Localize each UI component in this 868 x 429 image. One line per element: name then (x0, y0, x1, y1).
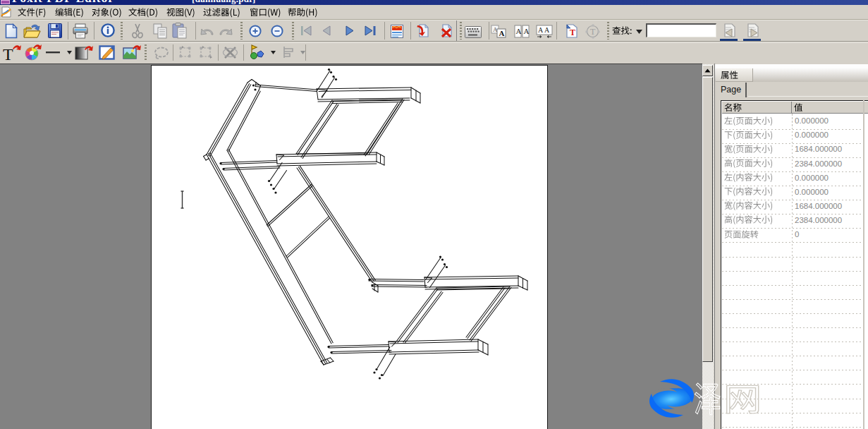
svg-text:A: A (524, 27, 530, 35)
svg-text:A: A (499, 29, 505, 37)
svg-text:A: A (544, 26, 550, 34)
svg-text:T: T (570, 28, 575, 37)
svg-text:A: A (538, 26, 544, 34)
svg-text:T: T (3, 45, 13, 61)
svg-text:T: T (590, 27, 596, 37)
svg-text:A: A (516, 27, 522, 35)
